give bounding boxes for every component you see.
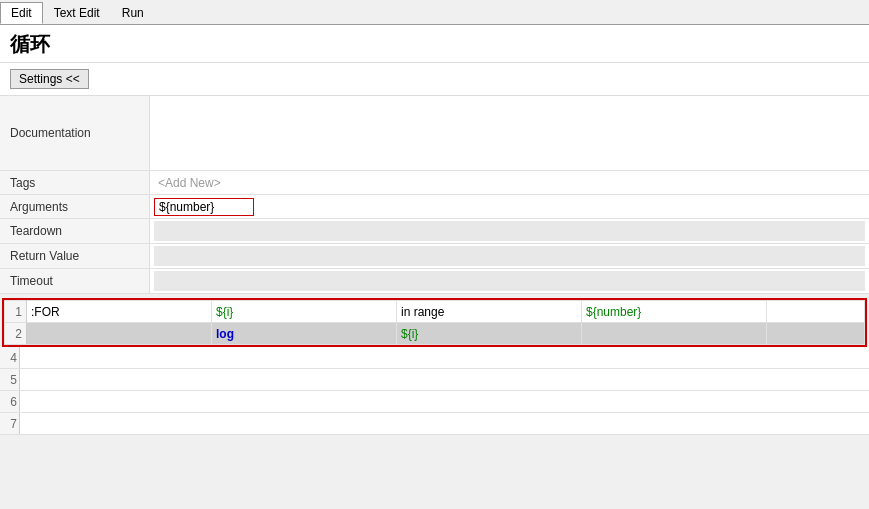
arguments-value[interactable]: ${number} — [154, 198, 254, 216]
extra-rows: 4567 — [0, 347, 869, 435]
return-content — [150, 244, 869, 268]
form-area: Documentation Tags <Add New> Arguments $… — [0, 96, 869, 294]
cell-col2[interactable]: ${i} — [212, 301, 397, 323]
documentation-label: Documentation — [0, 96, 150, 170]
extra-row-content[interactable] — [20, 369, 869, 390]
cell-col5[interactable] — [767, 323, 865, 345]
timeout-row: Timeout — [0, 269, 869, 294]
extra-row-number: 4 — [0, 347, 20, 368]
extra-row-number: 7 — [0, 413, 20, 434]
return-label: Return Value — [0, 244, 150, 268]
extra-row: 4 — [0, 347, 869, 369]
menu-bar: Edit Text Edit Run — [0, 0, 869, 25]
extra-row-number: 6 — [0, 391, 20, 412]
return-field[interactable] — [154, 246, 865, 266]
documentation-input[interactable] — [154, 98, 865, 168]
documentation-row: Documentation — [0, 96, 869, 171]
return-row: Return Value — [0, 244, 869, 269]
cell-col1[interactable] — [27, 323, 212, 345]
teardown-label: Teardown — [0, 219, 150, 243]
extra-row: 6 — [0, 391, 869, 413]
tags-placeholder[interactable]: <Add New> — [154, 174, 225, 192]
documentation-content — [150, 96, 869, 170]
table-row: 1:FOR${i}in range${number} — [5, 301, 865, 323]
extra-row-content[interactable] — [20, 391, 869, 412]
settings-bar: Settings << — [0, 63, 869, 96]
extra-row: 7 — [0, 413, 869, 435]
table-row: 2log${i} — [5, 323, 865, 345]
page-title: 循环 — [0, 25, 869, 63]
extra-row-content[interactable] — [20, 347, 869, 368]
arguments-content: ${number} — [150, 195, 869, 218]
menu-run[interactable]: Run — [111, 2, 155, 24]
tags-label: Tags — [0, 171, 150, 194]
cell-col5[interactable] — [767, 301, 865, 323]
timeout-label: Timeout — [0, 269, 150, 293]
teardown-row: Teardown — [0, 219, 869, 244]
tags-row: Tags <Add New> — [0, 171, 869, 195]
menu-edit[interactable]: Edit — [0, 2, 43, 24]
settings-button[interactable]: Settings << — [10, 69, 89, 89]
arguments-row: Arguments ${number} — [0, 195, 869, 219]
keyword-table: 1:FOR${i}in range${number}2log${i} — [4, 300, 865, 345]
menu-text-edit[interactable]: Text Edit — [43, 2, 111, 24]
extra-row: 5 — [0, 369, 869, 391]
tags-content: <Add New> — [150, 171, 869, 194]
cell-col4[interactable]: ${number} — [582, 301, 767, 323]
timeout-content — [150, 269, 869, 293]
cell-col4[interactable] — [582, 323, 767, 345]
teardown-field[interactable] — [154, 221, 865, 241]
cell-col3[interactable]: in range — [397, 301, 582, 323]
extra-row-number: 5 — [0, 369, 20, 390]
cell-col3[interactable]: ${i} — [397, 323, 582, 345]
timeout-field[interactable] — [154, 271, 865, 291]
extra-row-content[interactable] — [20, 413, 869, 434]
row-number: 2 — [5, 323, 27, 345]
teardown-content — [150, 219, 869, 243]
keyword-table-container: 1:FOR${i}in range${number}2log${i} — [2, 298, 867, 347]
row-number: 1 — [5, 301, 27, 323]
keyword-table-wrapper: 1:FOR${i}in range${number}2log${i} — [4, 300, 865, 345]
cell-col1[interactable]: :FOR — [27, 301, 212, 323]
cell-col2[interactable]: log — [212, 323, 397, 345]
arguments-label: Arguments — [0, 195, 150, 218]
